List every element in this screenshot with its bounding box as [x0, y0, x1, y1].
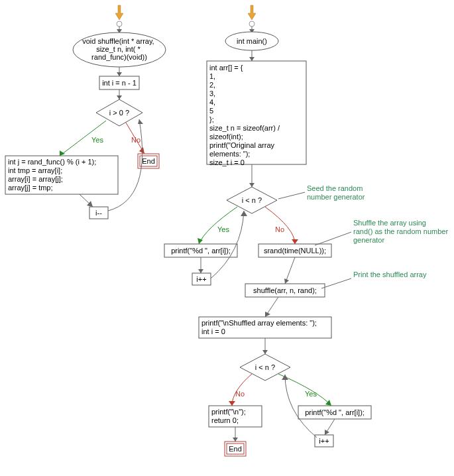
svg-marker-23 [241, 211, 247, 216]
shuffle-end-node: End [138, 154, 159, 168]
main-yes1-label: Yes [217, 225, 229, 233]
shuffle-cond-text: i > 0 ? [109, 109, 129, 117]
svg-marker-19 [198, 238, 203, 244]
main-cond2-text: i < n ? [255, 363, 275, 371]
main-start-text: int main() [237, 37, 267, 45]
main-step1-text: i++ [196, 275, 206, 283]
entry-circle-main [249, 21, 255, 27]
shuffle-end-text: End [142, 157, 155, 165]
main-step2-text: i++ [319, 437, 329, 445]
svg-marker-18 [249, 183, 255, 187]
main-yes2-label: Yes [305, 390, 317, 398]
svg-marker-3 [117, 72, 122, 76]
entry-arrow-shuffle [115, 5, 123, 20]
shuffle-yes-label: Yes [91, 136, 103, 144]
svg-marker-30 [229, 401, 235, 406]
svg-marker-6 [60, 150, 65, 156]
svg-marker-5 [117, 95, 122, 99]
main-cond1-text: i < n ? [242, 196, 262, 204]
svg-marker-29 [262, 350, 268, 354]
main-end-node: End [225, 442, 246, 456]
shuffle-init-text: int i = n - 1 [102, 79, 137, 87]
svg-marker-16 [249, 57, 255, 61]
svg-marker-34 [282, 375, 288, 380]
annot-shuffle: Shuffle the array using rand() as the ra… [353, 219, 450, 244]
main-no2-label: No [235, 390, 245, 398]
svg-marker-36 [233, 438, 238, 442]
flowchart-canvas: void shuffle(int * array, size_t n, int(… [0, 0, 454, 476]
main-print1-text: printf("%d ", arr[i]); [171, 247, 231, 255]
main-shufcall-text: shuffle(arr, n, rand); [253, 286, 317, 294]
main-srand-text: srand(time(NULL)); [264, 247, 326, 255]
svg-marker-22 [198, 269, 203, 273]
annot-print: Print the shuffled array [353, 270, 427, 278]
entry-arrow-main [248, 5, 256, 20]
main-print2-text: printf("%d ", arr[i]); [305, 408, 365, 416]
svg-marker-12 [138, 119, 143, 124]
shuffle-no-label: No [131, 136, 141, 144]
annot-seed: Seed the random number generator [307, 184, 365, 201]
main-no1-label: No [275, 225, 284, 233]
shuffle-step-text: i-- [95, 209, 102, 217]
entry-circle-shuffle [117, 21, 122, 27]
svg-marker-33 [325, 430, 329, 435]
main-end-text: End [229, 445, 242, 453]
svg-marker-20 [292, 239, 298, 244]
svg-marker-7 [139, 147, 144, 154]
